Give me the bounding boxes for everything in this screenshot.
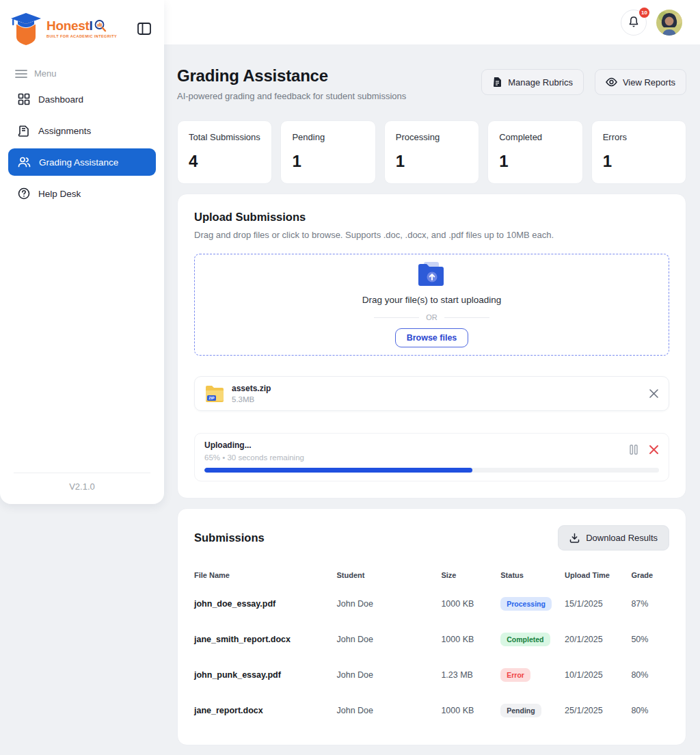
upload-progress-fill — [204, 468, 472, 473]
grid-icon — [18, 93, 30, 105]
zip-file-icon: ZIP — [204, 384, 225, 403]
browse-files-button[interactable]: Browse files — [395, 328, 469, 347]
notifications-button[interactable]: 10 — [621, 10, 647, 36]
col-student: Student — [337, 571, 442, 579]
divider-line — [374, 317, 419, 318]
remove-file-button[interactable] — [649, 388, 659, 399]
table-row[interactable]: jane_smith_report.docx John Doe 1000 KB … — [194, 622, 669, 657]
main-area: 10 Grading Assistance AI-powered grading… — [164, 0, 700, 755]
sidebar-item-label: Dashboard — [38, 94, 83, 105]
eye-icon — [606, 77, 617, 87]
upload-status-text: Uploading... — [204, 440, 304, 450]
view-reports-button[interactable]: View Reports — [595, 69, 686, 95]
cancel-upload-button[interactable] — [649, 445, 659, 455]
topbar: 10 — [164, 0, 700, 44]
submissions-panel: Submissions Download Results File Name S… — [177, 508, 686, 745]
cancel-x-icon — [649, 445, 659, 455]
brand-logo[interactable]: HonestI BUILT FOR ACADEMIC INTEGRITY — [10, 11, 117, 47]
stat-card-completed: Completed 1 — [487, 120, 582, 184]
graduation-cap-shield-icon — [10, 11, 42, 47]
manage-rubrics-button[interactable]: Manage Rubrics — [481, 69, 584, 95]
sidebar-item-assignments[interactable]: Assignments — [8, 117, 156, 144]
upload-panel: Upload Submissions Drag and drop files o… — [177, 194, 686, 499]
sidebar-item-dashboard[interactable]: Dashboard — [8, 85, 156, 113]
table-row[interactable]: john_doe_essay.pdf John Doe 1000 KB Proc… — [194, 586, 669, 622]
brand-name: HonestI — [46, 19, 117, 33]
queued-file-size: 5.3MB — [232, 395, 271, 403]
divider-line — [444, 317, 489, 318]
col-upload-time: Upload Time — [565, 571, 631, 579]
stats-row: Total Submissions 4 Pending 1 Processing… — [177, 120, 686, 184]
menu-section-label: Menu — [0, 53, 164, 84]
submissions-title: Submissions — [194, 531, 265, 544]
sidebar-item-label: Assignments — [38, 126, 91, 136]
status-badge: Completed — [500, 633, 550, 646]
sidebar-nav: Dashboard Assignments Grading Assistance… — [0, 84, 164, 209]
notification-badge: 10 — [639, 8, 649, 18]
stat-card-total-submissions: Total Submissions 4 — [177, 120, 272, 184]
download-icon — [569, 533, 580, 543]
users-icon — [18, 156, 31, 168]
table-row[interactable]: john_punk_essay.pdf John Doe 1.23 MB Err… — [194, 657, 669, 693]
sidebar-item-help-desk[interactable]: Help Desk — [8, 180, 156, 207]
col-status: Status — [500, 571, 565, 579]
download-results-button[interactable]: Download Results — [558, 525, 669, 551]
upload-folder-icon — [417, 262, 447, 288]
document-icon — [18, 124, 30, 137]
magnifier-chart-icon — [94, 19, 107, 33]
col-grade: Grade — [631, 571, 669, 579]
user-avatar[interactable] — [656, 10, 682, 36]
sidebar-collapse-icon[interactable] — [137, 21, 152, 36]
stat-card-errors: Errors 1 — [591, 120, 686, 184]
queued-file-name: assets.zip — [232, 384, 271, 393]
stat-card-processing: Processing 1 — [384, 120, 479, 184]
upload-dropzone[interactable]: Drag your file(s) to start uploading OR … — [194, 254, 669, 356]
upload-progress-row: Uploading... 65% • 30 seconds remaining — [194, 433, 669, 481]
status-badge: Processing — [500, 597, 552, 611]
app-version: V2.1.0 — [14, 481, 150, 492]
upload-progress-track — [204, 468, 659, 473]
sidebar-item-grading-assistance[interactable]: Grading Assistance — [8, 148, 156, 176]
table-row[interactable]: jane_report.docx John Doe 1000 KB Pendin… — [194, 693, 669, 728]
status-badge: Error — [500, 668, 530, 682]
rubric-document-icon — [492, 77, 502, 88]
status-badge: Pending — [500, 704, 541, 717]
pause-upload-button[interactable] — [630, 445, 638, 455]
dropzone-text: Drag your file(s) to start uploading — [362, 295, 501, 305]
or-label: OR — [426, 313, 438, 321]
col-size: Size — [441, 571, 500, 579]
close-icon — [649, 388, 659, 399]
upload-title: Upload Submissions — [194, 211, 669, 224]
sidebar-item-label: Grading Assistance — [39, 157, 118, 168]
svg-text:ZIP: ZIP — [208, 396, 215, 400]
upload-progress-detail: 65% • 30 seconds remaining — [204, 453, 304, 462]
bell-icon — [628, 16, 640, 29]
queued-file-row: ZIP assets.zip 5.3MB — [194, 376, 669, 411]
hamburger-icon — [15, 69, 27, 79]
table-header-row: File Name Student Size Status Upload Tim… — [194, 568, 669, 586]
submissions-table: File Name Student Size Status Upload Tim… — [194, 568, 669, 728]
page-title: Grading Assistance — [177, 66, 406, 85]
brand-tagline: BUILT FOR ACADEMIC INTEGRITY — [46, 35, 117, 39]
sidebar-divider — [14, 473, 150, 473]
page-subtitle: AI-powered grading and feedback for stud… — [177, 91, 406, 101]
stat-card-pending: Pending 1 — [280, 120, 375, 184]
upload-subtitle: Drag and drop files or click to browse. … — [194, 230, 669, 240]
sidebar: HonestI BUILT FOR ACADEMIC INTEGRITY Men… — [0, 0, 164, 504]
sidebar-item-label: Help Desk — [38, 189, 81, 199]
col-file-name: File Name — [194, 571, 337, 579]
help-circle-icon — [18, 187, 30, 200]
pause-icon — [630, 445, 638, 455]
